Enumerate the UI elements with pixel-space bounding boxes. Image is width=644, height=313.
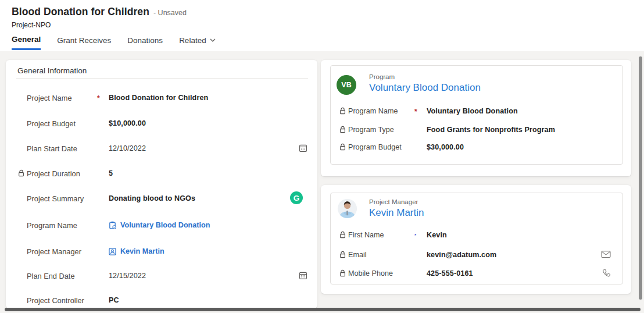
project-budget-value[interactable]: $10,000.00: [109, 119, 146, 127]
project-duration-value: 5: [109, 169, 113, 177]
horizontal-scrollbar[interactable]: [5, 308, 641, 311]
required-asterisk: *: [414, 106, 427, 116]
field-plan-end-date: Plan End Date 12/15/2022: [27, 270, 308, 282]
field-first-name: First Name * Kevin: [348, 229, 611, 241]
lock-icon: [339, 107, 346, 115]
first-name-value: Kevin: [427, 231, 447, 239]
phone-icon[interactable]: [602, 269, 611, 278]
email-value: kevin@adatum.com: [427, 251, 496, 259]
program-lookup-icon: [109, 221, 116, 229]
tab-donations[interactable]: Donations: [127, 35, 163, 50]
program-entity-label: Program: [369, 73, 395, 80]
manager-card-section: Project Manager Kevin Martin First Name …: [321, 185, 631, 294]
program-type-value: Food Grants for Nonprofits Program: [427, 126, 555, 134]
tab-general[interactable]: General: [12, 35, 41, 50]
lock-icon: [339, 269, 346, 277]
project-name-value[interactable]: Blood Donation for Children: [109, 94, 208, 102]
program-name-link[interactable]: Voluntary Blood Donation: [109, 221, 210, 229]
calendar-icon[interactable]: [299, 144, 307, 152]
program-quick-view-card: VB Program Voluntary Blood Donation Prog…: [330, 65, 623, 165]
grammarly-icon[interactable]: G: [290, 191, 303, 204]
field-project-name: Project Name * Blood Donation for Childr…: [27, 92, 308, 104]
field-program-name-lookup: Program Name Voluntary Blood Donation: [27, 219, 308, 231]
field-mobile-phone: Mobile Phone 425-555-0161: [348, 268, 611, 279]
section-divider: [16, 79, 308, 79]
tab-related[interactable]: Related: [179, 35, 216, 50]
field-program-name: Program Name * Voluntary Blood Donation: [348, 105, 611, 117]
chevron-down-icon: [210, 38, 216, 42]
field-project-duration: Project Duration 5: [27, 168, 308, 179]
plan-end-date-value[interactable]: 12/15/2022: [109, 272, 146, 280]
field-project-controller: Project Controller PC: [27, 294, 308, 306]
field-project-budget: Project Budget $10,000.00: [27, 118, 308, 129]
project-controller-value[interactable]: PC: [109, 296, 119, 304]
form-body: General Information Project Name * Blood…: [0, 51, 644, 313]
field-plan-start-date: Plan Start Date 12/10/2022: [27, 143, 308, 154]
required-asterisk: *: [97, 93, 109, 102]
form-tabs: General Grant Receives Donations Related: [12, 35, 216, 50]
field-project-summary: Project Summary Donating blood to NGOs G: [27, 193, 308, 204]
lock-icon: [339, 231, 346, 239]
page-title: Blood Donation for Children: [12, 6, 149, 18]
mobile-phone-value: 425-555-0161: [427, 269, 473, 278]
lock-icon: [339, 126, 346, 133]
tab-grant-receives[interactable]: Grant Receives: [57, 35, 111, 50]
section-title: General Information: [17, 66, 87, 75]
entity-type-label: Project-NPO: [12, 21, 187, 29]
lock-icon: [18, 169, 24, 177]
calendar-icon[interactable]: [299, 271, 307, 280]
field-project-manager-lookup: Project Manager Kevin Martin: [27, 246, 308, 257]
lock-icon: [339, 251, 346, 258]
lock-icon: [339, 143, 346, 151]
manager-quick-view-card: Project Manager Kevin Martin First Name …: [330, 193, 623, 284]
program-avatar: VB: [337, 75, 356, 95]
field-program-budget: Program Budget $30,000.00: [348, 141, 611, 153]
general-information-section: General Information Project Name * Blood…: [6, 60, 317, 308]
field-program-type: Program Type Food Grants for Nonprofits …: [348, 124, 611, 136]
manager-entity-label: Project Manager: [369, 198, 418, 205]
manager-avatar: [338, 199, 357, 218]
field-email: Email kevin@adatum.com: [348, 249, 611, 261]
program-budget-value: $30,000.00: [427, 143, 464, 151]
person-lookup-icon: [109, 248, 116, 255]
vertical-scrollbar[interactable]: [639, 56, 642, 300]
required-asterisk: *: [414, 233, 427, 238]
unsaved-status: - Unsaved: [153, 9, 187, 17]
record-header: Blood Donation for Children - Unsaved Pr…: [12, 6, 187, 29]
plan-start-date-value[interactable]: 12/10/2022: [109, 144, 146, 152]
manager-card-title[interactable]: Kevin Martin: [369, 207, 424, 219]
project-summary-value[interactable]: Donating blood to NGOs: [109, 194, 195, 202]
program-card-section: VB Program Voluntary Blood Donation Prog…: [321, 60, 631, 176]
program-name-value: Voluntary Blood Donation: [427, 107, 518, 115]
email-icon[interactable]: [601, 250, 611, 258]
project-manager-link[interactable]: Kevin Martin: [109, 247, 164, 255]
program-card-title[interactable]: Voluntary Blood Donation: [369, 82, 481, 94]
